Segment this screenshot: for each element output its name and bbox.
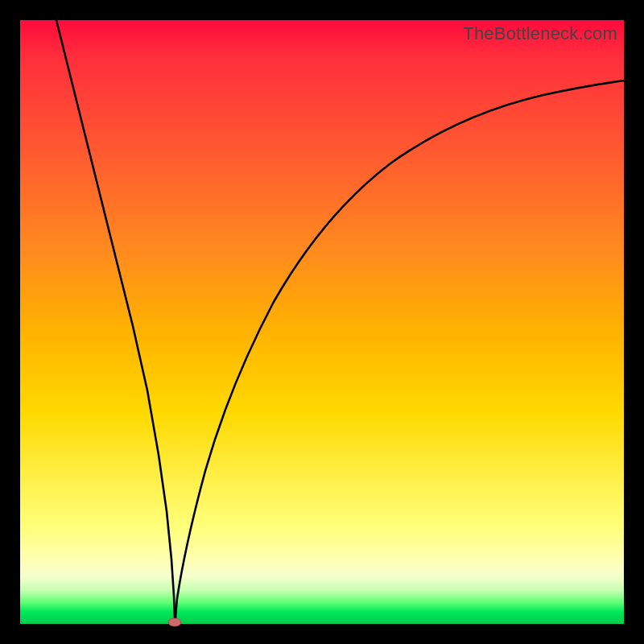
- curve-right-ascent: [175, 80, 624, 624]
- bottleneck-curve: [20, 20, 624, 624]
- chart-frame: TheBottleneck.com: [20, 20, 624, 624]
- vertex-marker: [168, 618, 181, 626]
- curve-left-descent: [56, 20, 175, 624]
